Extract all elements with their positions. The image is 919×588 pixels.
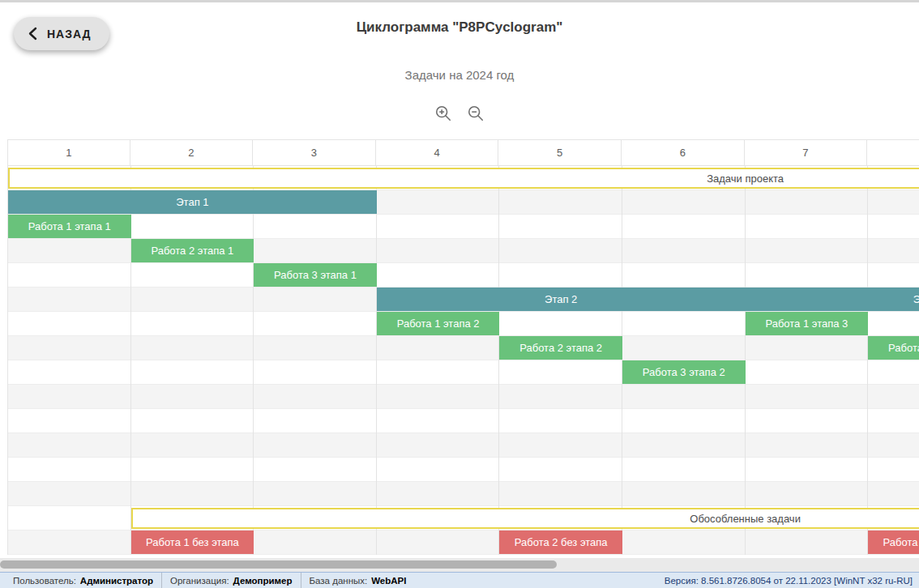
gantt-bar-stage[interactable]: Этап 2 <box>377 288 746 311</box>
zoom-controls <box>0 104 919 122</box>
month-header-3: 3 <box>253 140 376 165</box>
month-header-5: 5 <box>498 140 622 165</box>
gantt-grid: Задачи проектаЭтап 1Работа 1 этапа 1Рабо… <box>7 166 919 555</box>
gantt-bar-free[interactable]: Работа 2 без этапа <box>499 530 622 554</box>
status-user-value: Администратор <box>80 576 153 586</box>
scrollbar-thumb[interactable] <box>0 560 557 569</box>
gantt-bar-stage[interactable]: Этап 3 <box>746 288 919 311</box>
gantt-bar-project[interactable]: Обособленные задачи <box>131 508 919 529</box>
gantt-bar-work[interactable]: Работа 1 этапа 3 <box>746 312 869 335</box>
month-header-1: 1 <box>7 140 130 165</box>
status-organization: Организация: Демопример <box>161 573 301 588</box>
gantt-header-row: 1234567 <box>7 139 919 166</box>
top-strip <box>0 0 919 2</box>
chart-subtitle: Задачи на 2024 год <box>0 68 919 82</box>
status-organization-label: Организация: <box>170 576 229 586</box>
page-title: Циклограмма "P8PCyclogram" <box>0 19 919 36</box>
gantt-bar-work[interactable]: Работа 3 этапа 2 <box>622 360 746 384</box>
gantt-bar-work[interactable]: Работа 1 этапа 1 <box>8 215 131 238</box>
gantt-bar-work[interactable]: Работа 2 этапа 1 <box>131 239 254 262</box>
gantt-viewport[interactable]: 1234567 Задачи проектаЭтап 1Работа 1 эта… <box>0 139 919 555</box>
status-organization-value: Демопример <box>233 576 293 586</box>
month-header-2: 2 <box>130 140 254 165</box>
status-left: Пользователь: Администратор Организация:… <box>5 573 414 588</box>
status-user-label: Пользователь: <box>13 576 76 586</box>
horizontal-scrollbar[interactable] <box>0 558 919 572</box>
gantt-content: 1234567 Задачи проектаЭтап 1Работа 1 эта… <box>0 139 919 555</box>
status-user: Пользователь: Администратор <box>5 573 161 588</box>
zoom-in-button[interactable] <box>434 104 452 122</box>
month-header-4: 4 <box>376 140 499 165</box>
gantt-bar-work[interactable]: Работа 2 этапа 3 <box>868 336 919 360</box>
month-header-8 <box>867 140 919 165</box>
status-database-value: WebAPI <box>371 576 406 586</box>
status-database-label: База данных: <box>310 576 368 586</box>
gantt-bar-project[interactable]: Задачи проекта <box>8 168 919 189</box>
version-info: Версия: 8.561.8726.8054 от 22.11.2023 [W… <box>665 576 913 586</box>
month-header-7: 7 <box>745 140 868 165</box>
month-header-6: 6 <box>622 140 745 165</box>
zoom-in-icon <box>434 113 452 125</box>
zoom-out-button[interactable] <box>467 104 485 122</box>
gantt-bar-stage[interactable]: Этап 1 <box>8 190 377 214</box>
gantt-bar-free[interactable]: Работа 1 без этапа <box>131 530 254 554</box>
zoom-out-icon <box>467 113 485 125</box>
gantt-bar-work[interactable]: Работа 2 этапа 2 <box>499 336 622 360</box>
gantt-bar-work[interactable]: Работа 3 этапа 1 <box>254 263 377 287</box>
status-bar: Пользователь: Администратор Организация:… <box>0 572 919 588</box>
gantt-bar-free[interactable]: Работа 3 без этапа <box>868 530 919 554</box>
gantt-bar-work[interactable]: Работа 1 этапа 2 <box>377 312 500 335</box>
status-database: База данных: WebAPI <box>301 573 415 588</box>
